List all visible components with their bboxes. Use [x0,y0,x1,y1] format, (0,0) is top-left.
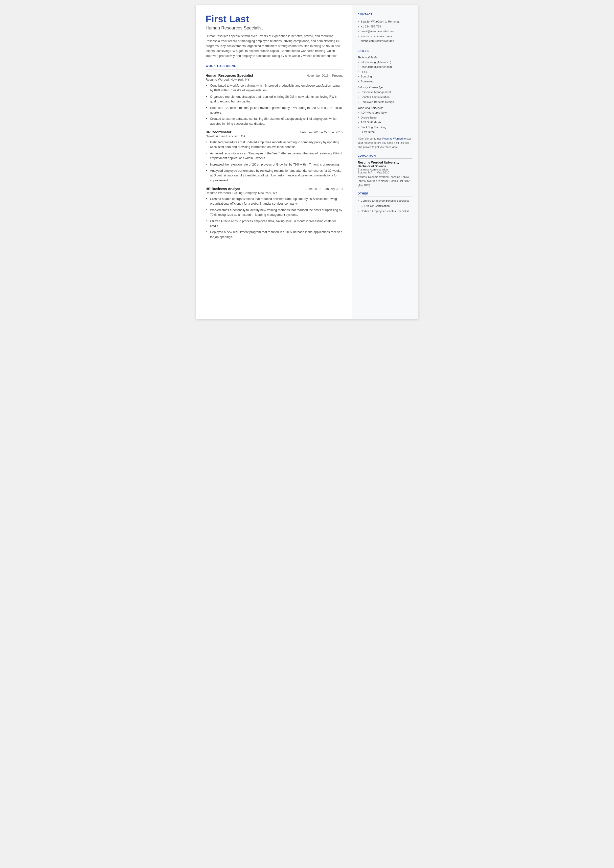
tools-skills-list: ADP Workforce Now Oracle Taleo AST Staff… [358,110,412,135]
edu-awards: Awards: Resume Worded Teaching Fellow (o… [358,175,412,187]
education-section: EDUCATION Resume Worded University Bache… [358,154,412,187]
left-column: First Last Human Resources Specialist Hu… [196,5,352,319]
bullet-item: Recruited 120 new hires that jacked reve… [206,106,343,115]
skill-item: Benefits Administration [358,95,412,100]
job-1-company: Resume Worded, New York, NY [206,78,343,81]
other-list: Certified Employee Benefits Specialist. … [358,199,412,214]
contact-item: Seattle, WA (Open to Remote) [358,19,412,24]
industry-skills-list: Personnel Management Benefits Administra… [358,90,412,104]
bullet-item: Increased the retention rate of 2K emplo… [206,162,343,167]
job-3-title: HR Business Analyst [206,187,240,191]
technical-skills-label: Technical Skills: [358,56,412,59]
job-2-company: Growthsi, San Francisco, CA [206,135,343,138]
edu-field: Business Administration [358,168,412,171]
job-1-header: Human Resources Specialist November 2015… [206,73,343,78]
bullet-item: Deployed a new recruitment program that … [206,230,343,239]
skill-item: Oracle Taleo [358,115,412,120]
contact-item: github.com/resumeworded [358,39,412,43]
job-1-dates: November 2015 – Present [307,74,343,78]
edu-degree: Bachelor of Science [358,165,412,168]
skill-item: HRM Direct [358,130,412,135]
contact-list: Seattle, WA (Open to Remote) +1-234-456-… [358,19,412,43]
skill-item: AST Staff Matrix [358,120,412,125]
bullet-item: Achieved recognition as an "Employee of … [206,151,343,161]
bullet-item: Organized recruitment strategies that re… [206,95,343,104]
bullet-item: Worked cross-functionally to identify ne… [206,208,343,217]
contact-item: linkedin.com/in/username [358,34,412,39]
bullet-item: Contributed to workforce training, which… [206,83,343,93]
job-3: HR Business Analyst June 2010 – January … [206,187,343,239]
industry-skills-label: Industry Knowledge: [358,86,412,89]
title: Human Resources Specialist [206,25,343,31]
work-experience-section: WORK EXPERIENCE Human Resources Speciali… [206,64,343,239]
skill-item: BlackDog Recruiting [358,125,412,130]
other-item: SHRM-CP Certification [358,203,412,208]
job-1-title: Human Resources Specialist [206,73,253,78]
bullet-item: Created a table of organizations that re… [206,197,343,207]
bullet-item: Instituted procedures that updated emplo… [206,140,343,150]
technical-skills-list: Interviewing (Advanced) Recruiting (Expe… [358,60,412,84]
other-item: Certified Employee Benefits Specialist. [358,209,412,214]
bullet-item: Analyzed employee performance by reviewi… [206,169,343,183]
contact-item: +1-234-456-789 [358,24,412,29]
other-section: OTHER Certified Employee Benefits Specia… [358,192,412,214]
tools-skills-label: Tools and Software: [358,106,412,109]
job-2: HR Coordinator February 2013 – October 2… [206,130,343,183]
skills-section: SKILLS Technical Skills: Interviewing (A… [358,50,412,149]
job-3-dates: June 2010 – January 2013 [306,187,343,191]
job-3-header: HR Business Analyst June 2010 – January … [206,187,343,191]
skill-item: Personnel Management [358,90,412,95]
skill-item: Screening [358,79,412,84]
name: First Last [206,14,343,25]
resume-page: First Last Human Resources Specialist Hu… [196,5,419,319]
job-3-company: Resume Worded's Exciting Company, New Yo… [206,191,343,195]
job-3-bullets: Created a table of organizations that re… [206,197,343,239]
contact-item: email@resumeworded.com [358,29,412,34]
edu-school: Resume Worded University [358,161,412,164]
skills-header: SKILLS [358,50,412,54]
skill-item: Employee Benefits Design [358,100,412,105]
skill-item: Recruiting (Experienced) [358,65,412,70]
education-header: EDUCATION [358,154,412,158]
bullet-item: Utilized Oracle apps to process employee… [206,219,343,228]
other-item: Certified Employee Benefits Specialist. [358,199,412,203]
job-2-title: HR Coordinator [206,130,231,134]
contact-header: CONTACT [358,13,412,17]
job-1: Human Resources Specialist November 2015… [206,73,343,126]
job-2-header: HR Coordinator February 2013 – October 2… [206,130,343,134]
other-header: OTHER [358,192,412,196]
job-1-bullets: Contributed to workforce training, which… [206,83,343,126]
resume-worded-link[interactable]: Resume Worded [382,137,403,140]
bullet-item: Created a resume database containing 88 … [206,116,343,126]
skill-item: HRIS [358,70,412,75]
summary: Human resources specialist with over 9 y… [206,34,343,58]
job-2-bullets: Instituted procedures that updated emplo… [206,140,343,183]
skill-item: Interviewing (Advanced) [358,60,412,65]
contact-section: CONTACT Seattle, WA (Open to Remote) +1-… [358,13,412,43]
right-column: CONTACT Seattle, WA (Open to Remote) +1-… [352,5,419,319]
skill-item: ADP Workforce Now [358,110,412,115]
work-experience-header: WORK EXPERIENCE [206,64,343,70]
job-2-dates: February 2013 – October 2015 [301,130,343,134]
edu-location: Boston, MA — May 2010 [358,171,412,174]
skill-item: Sourcing [358,74,412,79]
skills-tip: • Don't forget to use Resume Worded to s… [358,137,412,149]
